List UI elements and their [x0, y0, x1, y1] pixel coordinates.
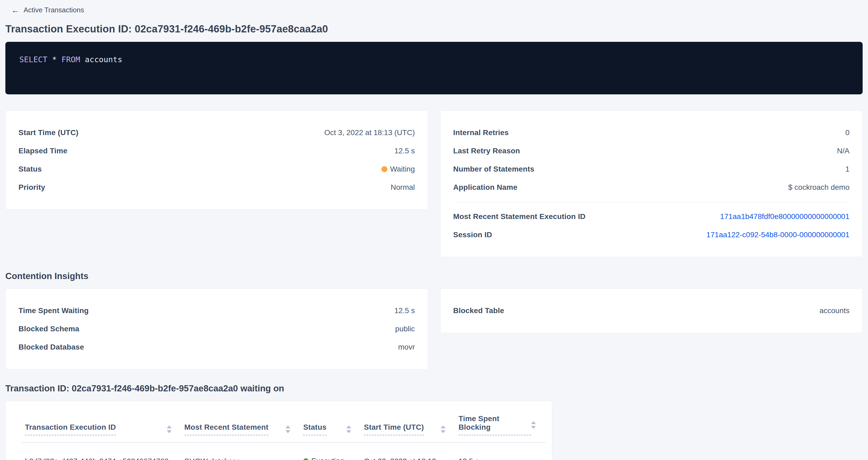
sort-icon[interactable] — [531, 421, 536, 429]
row-blocked-database: Blocked Database movr — [19, 338, 415, 356]
sort-icon[interactable] — [441, 425, 445, 433]
column-label: Transaction Execution ID — [25, 423, 116, 435]
row-priority: Priority Normal — [19, 178, 415, 196]
cell-time-spent-blocking: 12.5 s — [455, 442, 546, 460]
last-retry-reason-value: N/A — [837, 147, 849, 155]
cell-most-recent-statement: SHOW database — [181, 442, 300, 460]
column-label: Most Recent Statement — [184, 423, 269, 435]
blocked-database-label: Blocked Database — [19, 343, 84, 351]
back-link-label: Active Transactions — [24, 6, 84, 14]
waiting-on-heading: Transaction ID: 02ca7931-f246-469b-b2fe-… — [5, 384, 863, 394]
sort-icon[interactable] — [346, 425, 351, 433]
column-label: Time Spent Blocking — [458, 415, 531, 435]
summary-section: Start Time (UTC) Oct 3, 2022 at 18:13 (U… — [5, 111, 863, 257]
sql-keyword-from: FROM — [61, 55, 80, 64]
executing-status-dot-icon — [303, 458, 309, 460]
start-time-label: Start Time (UTC) — [19, 128, 79, 137]
blocked-table-label: Blocked Table — [453, 306, 504, 315]
status-label: Status — [19, 165, 42, 174]
sort-icon[interactable] — [167, 425, 172, 433]
cell-status: Executing — [300, 442, 361, 460]
sql-statement: SELECT * FROM accounts — [19, 55, 849, 65]
sql-table-name: accounts — [85, 55, 122, 64]
priority-label: Priority — [19, 183, 45, 192]
elapsed-time-label: Elapsed Time — [19, 147, 67, 155]
priority-value: Normal — [391, 183, 415, 192]
arrow-left-icon: ← — [11, 6, 19, 14]
column-header-time-spent-blocking[interactable]: Time Spent Blocking — [455, 401, 546, 442]
contention-card-right: Blocked Table accounts — [440, 288, 863, 333]
internal-retries-value: 0 — [845, 128, 849, 137]
row-number-of-statements: Number of Statements 1 — [453, 160, 850, 178]
row-blocked-schema: Blocked Schema public — [19, 320, 415, 338]
waiting-on-table-card: Transaction Execution ID Most Recent Sta… — [5, 401, 552, 460]
row-elapsed-time: Elapsed Time 12.5 s — [19, 142, 415, 160]
row-application-name: Application Name $ cockroach demo — [453, 178, 850, 196]
application-name-label: Application Name — [453, 183, 518, 192]
time-spent-waiting-label: Time Spent Waiting — [19, 306, 89, 315]
column-header-start-time[interactable]: Start Time (UTC) — [361, 401, 456, 442]
blocked-schema-label: Blocked Schema — [19, 325, 79, 333]
elapsed-time-value: 12.5 s — [394, 147, 415, 155]
cell-transaction-execution-id: b8d7d03a-d497-446b-8474-e50846674768 — [22, 442, 181, 460]
start-time-value: Oct 3, 2022 at 18:13 (UTC) — [324, 128, 415, 137]
back-link-active-transactions[interactable]: ← Active Transactions — [11, 6, 84, 14]
waiting-status-dot-icon — [381, 166, 388, 172]
contention-insights-heading: Contention Insights — [5, 271, 863, 281]
column-label: Start Time (UTC) — [364, 423, 424, 435]
statement-execution-id-link[interactable]: 171aa1b478fdf0e80000000000000001 — [720, 212, 849, 221]
number-of-statements-label: Number of Statements — [453, 165, 534, 174]
status-badge: Waiting — [381, 165, 415, 174]
blocked-schema-value: public — [395, 325, 415, 333]
row-internal-retries: Internal Retries 0 — [453, 124, 850, 142]
page-title: Transaction Execution ID: 02ca7931-f246-… — [5, 23, 863, 35]
session-id-link[interactable]: 171aa122-c092-54b8-0000-000000000001 — [706, 231, 849, 239]
column-header-most-recent-statement[interactable]: Most Recent Statement — [181, 401, 300, 442]
sort-icon[interactable] — [285, 425, 290, 433]
sql-keyword-select: SELECT — [19, 55, 48, 64]
row-start-time: Start Time (UTC) Oct 3, 2022 at 18:13 (U… — [19, 124, 415, 142]
transaction-details-page: ← Active Transactions Transaction Execut… — [0, 0, 868, 460]
application-name-value: $ cockroach demo — [788, 183, 849, 192]
table-row: b8d7d03a-d497-446b-8474-e50846674768 SHO… — [22, 442, 546, 460]
row-last-retry-reason: Last Retry Reason N/A — [453, 142, 850, 160]
status-value: Waiting — [390, 165, 415, 174]
cell-start-time: Oct 03, 2022 at 18:12 — [361, 442, 456, 460]
waiting-on-table: Transaction Execution ID Most Recent Sta… — [22, 401, 546, 460]
summary-card-left: Start Time (UTC) Oct 3, 2022 at 18:13 (U… — [5, 111, 428, 210]
row-time-spent-waiting: Time Spent Waiting 12.5 s — [19, 302, 415, 320]
last-retry-reason-label: Last Retry Reason — [453, 147, 520, 155]
time-spent-waiting-value: 12.5 s — [394, 306, 415, 315]
row-blocked-table: Blocked Table accounts — [453, 302, 850, 320]
sql-star: * — [52, 55, 57, 64]
number-of-statements-value: 1 — [845, 165, 849, 174]
row-statement-execution-id: Most Recent Statement Execution ID 171aa… — [453, 208, 850, 226]
contention-card-left: Time Spent Waiting 12.5 s Blocked Schema… — [5, 288, 428, 369]
row-status: Status Waiting — [19, 160, 415, 178]
internal-retries-label: Internal Retries — [453, 128, 509, 137]
column-label: Status — [303, 423, 327, 435]
column-header-transaction-execution-id[interactable]: Transaction Execution ID — [22, 401, 181, 442]
table-header-row: Transaction Execution ID Most Recent Sta… — [22, 401, 546, 442]
blocked-database-value: movr — [398, 343, 415, 351]
sql-statement-box: SELECT * FROM accounts — [5, 42, 863, 94]
session-id-label: Session ID — [453, 231, 492, 239]
status-value: Executing — [311, 457, 344, 460]
column-header-status[interactable]: Status — [300, 401, 361, 442]
summary-card-right: Internal Retries 0 Last Retry Reason N/A… — [440, 111, 863, 257]
card-divider — [453, 202, 850, 202]
status-badge: Executing — [303, 457, 344, 460]
blocked-table-value: accounts — [819, 306, 849, 315]
statement-execution-id-label: Most Recent Statement Execution ID — [453, 212, 586, 221]
row-session-id: Session ID 171aa122-c092-54b8-0000-00000… — [453, 226, 850, 244]
contention-section: Time Spent Waiting 12.5 s Blocked Schema… — [5, 288, 863, 369]
